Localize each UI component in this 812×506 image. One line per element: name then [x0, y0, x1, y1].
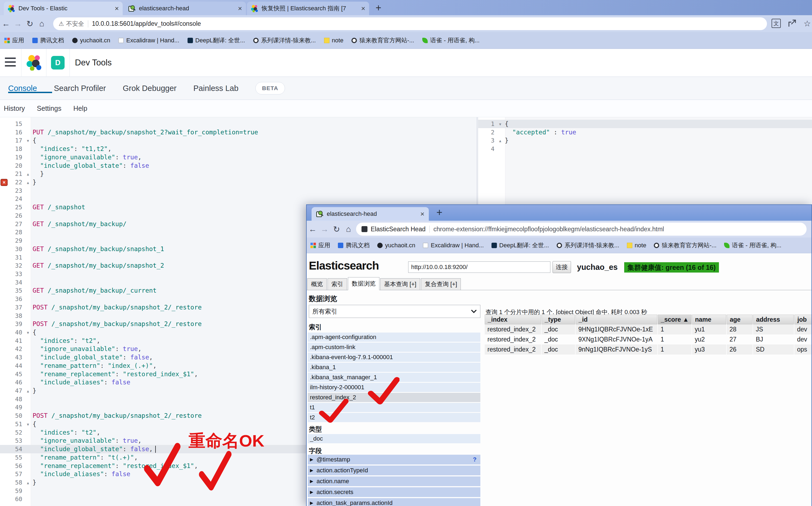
code-line[interactable]: 2 "accepted" : true: [478, 128, 812, 137]
index-item[interactable]: .kibana-event-log-7.9.1-000001: [308, 353, 480, 362]
table-row[interactable]: restored_index_2_doc9HNg1IQBRcFJVNOe-1xE…: [485, 324, 812, 334]
code-line[interactable]: 3▴}: [478, 136, 812, 145]
url-text[interactable]: chrome-extension://ffmkiejjmecolpfloofpj…: [433, 226, 664, 233]
column-header-_id[interactable]: _id: [575, 315, 657, 324]
reload-icon[interactable]: ↻: [24, 19, 36, 28]
fold-down-icon[interactable]: ▾: [23, 137, 32, 145]
connect-button[interactable]: 连接: [553, 261, 571, 273]
es-head-tab[interactable]: 概览: [307, 278, 327, 290]
fold-down-icon[interactable]: ▾: [495, 120, 505, 129]
fold-down-icon[interactable]: ▾: [23, 329, 32, 337]
table-row[interactable]: restored_index_2_doc9XNg1IQBRcFJVNOe-1yA…: [485, 334, 812, 344]
code-line[interactable]: 18 "indices": "t1,t2",: [0, 145, 476, 153]
browser-tab[interactable]: Dev Tools - Elastic×: [4, 2, 123, 15]
avatar[interactable]: D: [51, 56, 65, 70]
tab-painless-lab[interactable]: Painless Lab: [193, 84, 239, 93]
elastic-logo-icon[interactable]: [26, 54, 42, 71]
tab-elasticsearch-head[interactable]: elasticsearch-head ×: [311, 207, 429, 221]
home-icon[interactable]: ⌂: [343, 225, 354, 234]
field-item[interactable]: ▶action_task_params.actionId: [308, 498, 480, 506]
fold-up-icon[interactable]: ▴: [23, 170, 32, 178]
close-icon[interactable]: ×: [420, 210, 425, 218]
help-icon[interactable]: ?: [473, 455, 476, 465]
code-line[interactable]: 21▴ }: [0, 170, 476, 178]
code-line[interactable]: 20 "include_global_state": false: [0, 162, 476, 170]
bookmark-item[interactable]: 系列课洋情-猿来教...: [253, 36, 316, 45]
address-bar[interactable]: ElasticSearch Head chrome-extension://ff…: [356, 223, 807, 236]
bookmark-item[interactable]: 语雀 - 用语雀, 构...: [724, 241, 781, 249]
code-line[interactable]: 1▾{: [478, 120, 812, 128]
es-head-tab[interactable]: 索引: [328, 278, 347, 290]
column-header-job[interactable]: job: [794, 315, 812, 324]
bookmark-item[interactable]: yuchaoit.cn: [72, 37, 110, 44]
fold-up-icon[interactable]: ▴: [23, 479, 32, 487]
bookmark-item[interactable]: 腾讯文档: [32, 36, 64, 45]
bookmark-item[interactable]: 应用: [310, 241, 330, 249]
back-icon[interactable]: ←: [0, 19, 12, 28]
es-head-tab[interactable]: 复合查询 [+]: [421, 278, 461, 290]
url-text[interactable]: 10.0.0.18:5601/app/dev_tools#/console: [92, 20, 201, 27]
bookmark-item[interactable]: note: [627, 242, 646, 249]
bookmark-item[interactable]: 应用: [4, 36, 24, 45]
index-filter-dropdown[interactable]: 所有索引: [309, 305, 480, 318]
new-tab-button[interactable]: +: [376, 2, 381, 14]
menu-hamburger-icon[interactable]: [5, 58, 16, 67]
reload-icon[interactable]: ↻: [331, 225, 343, 234]
close-icon[interactable]: ×: [361, 4, 365, 13]
bookmark-item[interactable]: 语雀 - 用语雀, 构...: [422, 36, 479, 45]
close-icon[interactable]: ×: [238, 4, 242, 13]
security-chip[interactable]: ⚠ 不安全: [59, 20, 84, 28]
fold-down-icon[interactable]: ▾: [23, 420, 32, 429]
forward-icon[interactable]: →: [12, 19, 24, 28]
menu-item-help[interactable]: Help: [73, 104, 87, 112]
translate-icon[interactable]: 文: [772, 19, 781, 28]
bookmark-item[interactable]: 系列课洋情-猿来教...: [557, 241, 619, 249]
code-line[interactable]: 4: [478, 145, 812, 153]
browser-tab[interactable]: 恢复快照 | Elasticsearch 指南 [7×: [247, 2, 369, 15]
endpoint-input[interactable]: [408, 261, 550, 273]
code-line[interactable]: 15: [0, 120, 476, 128]
field-item[interactable]: ▶action.name: [308, 477, 480, 486]
column-header-name[interactable]: name: [692, 315, 726, 324]
tab-console[interactable]: Console: [8, 84, 37, 93]
menu-item-settings[interactable]: Settings: [37, 104, 61, 112]
bookmark-item[interactable]: yuchaoit.cn: [377, 242, 415, 249]
column-header-_score[interactable]: _score ▲: [658, 315, 692, 324]
code-line[interactable]: 19 "ignore_unavailable": true,: [0, 153, 476, 162]
field-item[interactable]: ▶@timestamp?: [308, 455, 480, 465]
field-item[interactable]: ▶action.actionTypeId: [308, 466, 480, 475]
field-item[interactable]: ▶action.secrets: [308, 487, 480, 497]
es-head-tab[interactable]: 数据浏览: [348, 277, 379, 290]
new-tab-button[interactable]: +: [436, 206, 442, 218]
es-head-tab[interactable]: 基本查询 [+]: [380, 278, 420, 290]
forward-icon[interactable]: →: [319, 225, 331, 234]
column-header-_type[interactable]: _type: [542, 315, 575, 324]
bookmark-star-icon[interactable]: ☆: [804, 19, 811, 28]
code-line[interactable]: 24: [0, 195, 476, 203]
back-icon[interactable]: ←: [307, 225, 319, 234]
bookmark-item[interactable]: DeepL翻译: 全世...: [491, 241, 549, 249]
code-line[interactable]: 23: [0, 186, 476, 195]
table-row[interactable]: restored_index_2_doc9nNg1IQBRcFJVNOe-1yS…: [485, 344, 812, 354]
column-header-address[interactable]: address: [753, 315, 794, 324]
bookmark-item[interactable]: 猿来教育官方网站-...: [351, 36, 414, 45]
menu-item-history[interactable]: History: [4, 104, 25, 112]
close-icon[interactable]: ×: [115, 4, 119, 13]
code-line[interactable]: ×22▴}: [0, 178, 476, 186]
column-header-age[interactable]: age: [727, 315, 752, 324]
index-item[interactable]: .apm-agent-configuration: [308, 333, 480, 342]
bookmark-item[interactable]: Excalidraw | Hand...: [118, 37, 179, 44]
bookmark-item[interactable]: 猿来教育官方网站-...: [654, 241, 716, 249]
tab-search-profiler[interactable]: Search Profiler: [54, 84, 106, 93]
column-header-_index[interactable]: _index: [485, 315, 541, 324]
bookmark-item[interactable]: Excalidraw | Hand...: [423, 242, 483, 249]
bookmark-item[interactable]: DeepL翻译: 全世...: [188, 36, 245, 45]
tab-grok-debugger[interactable]: Grok Debugger: [123, 84, 176, 93]
code-line[interactable]: 16PUT /_snapshot/my_backup/snapshot_2?wa…: [0, 128, 476, 137]
type-item[interactable]: _doc: [308, 434, 480, 443]
fold-up-icon[interactable]: ▴: [495, 137, 505, 145]
code-line[interactable]: 17▾{: [0, 136, 476, 145]
home-icon[interactable]: ⌂: [36, 19, 48, 28]
bookmark-item[interactable]: note: [324, 37, 344, 44]
browser-tab[interactable]: elasticsearch-head×: [124, 2, 246, 15]
